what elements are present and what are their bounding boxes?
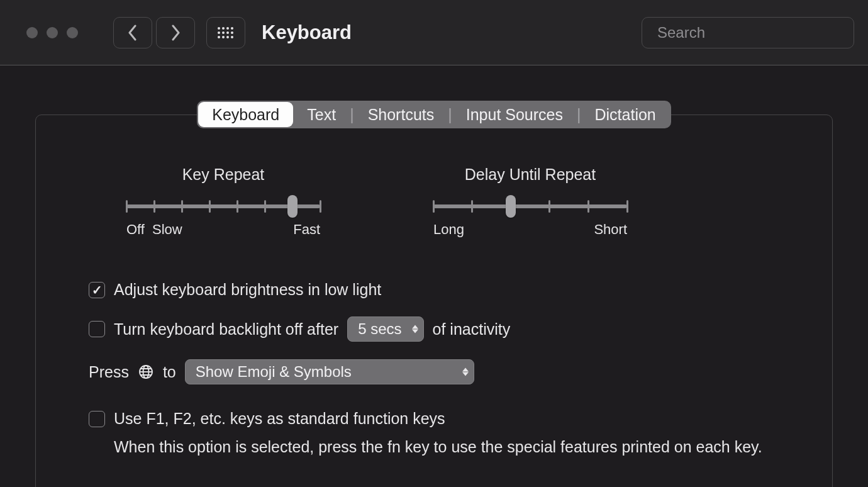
auto-brightness-label: Adjust keyboard brightness in low light [114,281,381,299]
backlight-off-prefix: Turn keyboard backlight off after [114,320,338,339]
svg-point-9 [222,36,225,38]
tab-dictation[interactable]: Dictation [581,102,670,127]
chevron-right-icon [170,25,181,41]
auto-brightness-checkbox[interactable] [89,282,105,298]
search-input[interactable] [657,24,845,42]
globe-prefix: Press [89,363,129,381]
backlight-off-suffix: of inactivity [433,320,511,339]
globe-action-select[interactable]: Show Emoji & Symbols [185,359,474,384]
auto-brightness-row: Adjust keyboard brightness in low light [89,281,779,299]
tabs: Keyboard Text | Shortcuts | Input Source… [197,101,671,128]
backlight-off-checkbox[interactable] [89,321,105,337]
tab-text[interactable]: Text [293,102,350,127]
tab-keyboard[interactable]: Keyboard [198,102,293,127]
tab-input-sources[interactable]: Input Sources [452,102,577,127]
close-window-button[interactable] [26,27,38,38]
toolbar: Keyboard [0,0,868,65]
key-repeat-fast-label: Fast [293,221,320,238]
backlight-off-select[interactable]: 5 secs [347,316,423,342]
minimize-window-button[interactable] [47,27,58,38]
key-repeat-off-label: Off [126,221,145,238]
search-field[interactable] [642,17,854,48]
nav-buttons [113,17,195,48]
tab-separator: | [577,106,581,124]
slider-thumb[interactable] [506,195,516,218]
svg-point-10 [226,36,229,38]
forward-button[interactable] [156,17,195,48]
tab-shortcuts[interactable]: Shortcuts [354,102,448,127]
svg-point-5 [222,31,225,34]
stepper-icon [462,368,469,376]
globe-icon [138,364,154,380]
globe-action-value: Show Emoji & Symbols [196,363,352,381]
key-repeat-group: Key Repeat Off Slow Fast [126,165,320,238]
svg-point-4 [218,31,220,34]
svg-point-2 [226,27,229,30]
svg-point-1 [222,27,225,30]
svg-point-3 [231,27,233,30]
grid-icon [217,26,235,39]
delay-until-repeat-slider[interactable] [433,198,627,216]
chevron-left-icon [128,25,138,41]
stepper-icon [412,325,418,333]
show-all-button[interactable] [206,17,245,48]
zoom-window-button[interactable] [67,27,78,38]
keyboard-panel: Key Repeat Off Slow Fast Delay Until Rep… [35,115,833,487]
fn-keys-row: Use F1, F2, etc. keys as standard functi… [89,410,779,428]
tab-separator: | [350,106,354,124]
svg-point-7 [231,31,233,34]
delay-until-repeat-title: Delay Until Repeat [465,165,596,184]
content: Keyboard Text | Shortcuts | Input Source… [0,65,868,487]
page-title: Keyboard [262,21,352,44]
svg-point-0 [218,27,220,30]
delay-short-label: Short [594,221,627,238]
svg-point-8 [218,36,220,38]
svg-point-11 [231,36,233,38]
fn-keys-hint: When this option is selected, press the … [114,437,779,458]
back-button[interactable] [113,17,152,48]
fn-keys-checkbox[interactable] [89,411,105,427]
globe-key-row: Press to Show Emoji & Symbols [89,359,779,384]
globe-suffix: to [163,363,176,381]
backlight-off-value: 5 secs [358,320,401,338]
backlight-off-row: Turn keyboard backlight off after 5 secs… [89,316,779,342]
slider-thumb[interactable] [287,195,298,218]
key-repeat-slow-label: Slow [152,221,182,238]
delay-until-repeat-group: Delay Until Repeat Long Short [433,165,627,238]
tab-separator: | [448,106,452,124]
delay-long-label: Long [433,221,464,238]
key-repeat-title: Key Repeat [182,165,265,184]
svg-point-6 [226,31,229,34]
key-repeat-slider[interactable] [126,198,320,216]
fn-keys-label: Use F1, F2, etc. keys as standard functi… [114,410,445,428]
window-controls [26,27,78,38]
